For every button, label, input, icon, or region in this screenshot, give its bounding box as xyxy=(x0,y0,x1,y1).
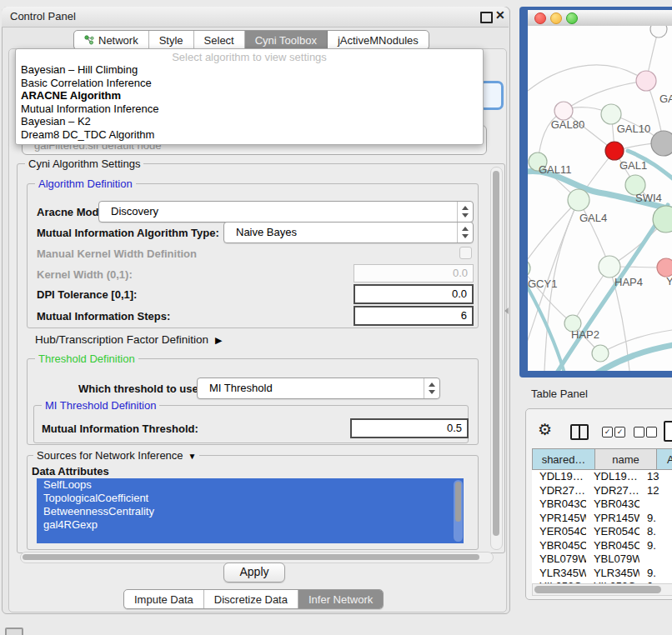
list-item-betweennesscentrality[interactable]: BetweennessCentrality xyxy=(37,505,464,518)
node-gal10[interactable] xyxy=(601,104,621,124)
node-red-selected[interactable] xyxy=(605,142,624,160)
menu-item-bayesian-hill-climbing[interactable]: Bayesian – Hill Climbing xyxy=(16,63,483,77)
table-body[interactable]: YDL19… YDL19… 13 YDR27… YDR27… 12 YBR043… xyxy=(532,470,672,583)
select-all-checkbox-icon[interactable]: ✓ xyxy=(614,427,625,438)
manual-kernel-checkbox[interactable] xyxy=(459,247,472,259)
manual-kernel-label: Manual Kernel Width Definition xyxy=(37,248,197,260)
settings-vertical-scrollbar[interactable] xyxy=(490,167,503,550)
select-all-checkbox-icon[interactable]: ✓ xyxy=(602,427,613,438)
column-header-name[interactable]: name xyxy=(595,448,657,470)
table-row[interactable]: YER054C YER054C 8. xyxy=(532,525,672,539)
which-threshold-label: Which threshold to use: xyxy=(78,382,202,395)
aracne-mode-value: Discovery xyxy=(111,205,158,218)
apply-button[interactable]: Apply xyxy=(223,562,285,582)
table-function-icon[interactable] xyxy=(664,421,672,442)
expand-right-icon[interactable]: ▶ xyxy=(215,335,222,346)
network-canvas[interactable]: GAL GAL80 GAL10 GAL1 GAL11 SWI4 GAL4 GCY… xyxy=(528,26,672,371)
mi-steps-field[interactable]: 6 xyxy=(354,306,474,326)
column-header-clipped[interactable]: A xyxy=(657,448,672,470)
node-unlabeled-top[interactable] xyxy=(650,26,667,38)
node-label: HAP4 xyxy=(614,276,643,288)
aracne-mode-combo[interactable]: Discovery xyxy=(98,201,474,222)
window-minimize-icon[interactable] xyxy=(550,12,562,24)
data-attributes-label: Data Attributes xyxy=(32,465,109,478)
menu-item-bayesian-k2[interactable]: Bayesian – K2 xyxy=(16,115,483,128)
mi-threshold-label: Mutual Information Threshold: xyxy=(42,422,198,435)
tab-discretize-data[interactable]: Discretize Data xyxy=(204,590,298,608)
split-columns-icon[interactable] xyxy=(570,424,589,440)
node-label: SWI4 xyxy=(635,192,662,204)
table-row[interactable]: YBL079W YBL079W xyxy=(532,552,672,567)
window-close-icon[interactable] xyxy=(534,12,546,24)
panel-resize-handle[interactable] xyxy=(504,308,509,314)
node-label: GAL10 xyxy=(617,122,650,135)
gear-icon[interactable]: ⚙ xyxy=(538,420,552,439)
attributes-list-scrollbar-thumb[interactable] xyxy=(455,482,461,522)
tab-style[interactable]: Style xyxy=(149,31,194,49)
node-gal80[interactable] xyxy=(554,102,573,120)
list-item-gal4rgexp[interactable]: gal4RGexp xyxy=(37,518,464,532)
table-row[interactable]: YDL19… YDL19… 13 xyxy=(532,470,672,484)
combo-spinner-icon xyxy=(424,378,439,398)
kernel-width-field[interactable]: 0.0 xyxy=(354,264,474,282)
deselect-all-checkbox-icon[interactable] xyxy=(634,427,644,438)
window-zoom-icon[interactable] xyxy=(566,12,578,24)
tab-infer-network[interactable]: Infer Network xyxy=(298,590,383,608)
table-horizontal-scrollbar[interactable] xyxy=(532,583,672,596)
attributes-list-scrollbar[interactable] xyxy=(454,480,463,542)
mi-threshold-field[interactable]: 0.5 xyxy=(350,418,469,438)
node-bottom[interactable] xyxy=(592,345,609,362)
combo-spinner-icon xyxy=(457,202,473,222)
node-hap4[interactable] xyxy=(599,256,620,278)
settings-horizontal-scrollbar-thumb[interactable] xyxy=(23,554,479,560)
table-horizontal-scrollbar-thumb[interactable] xyxy=(534,586,661,593)
mi-type-combo[interactable]: Naive Bayes xyxy=(223,222,474,243)
menu-item-mutual-information[interactable]: Mutual Information Inference xyxy=(16,102,483,116)
menu-item-basic-correlation[interactable]: Basic Correlation Inference xyxy=(16,77,483,90)
node-label: GAL11 xyxy=(539,163,572,176)
table-row[interactable]: YLR345W YLR345W 9. xyxy=(532,567,672,581)
menu-item-aracne[interactable]: ARACNE Algorithm xyxy=(16,89,483,102)
control-panel-title: Control Panel xyxy=(10,10,76,22)
node-label: GAL1 xyxy=(619,159,647,172)
node-salmon[interactable] xyxy=(657,258,672,277)
popup-prompt: Select algorithm to view settings xyxy=(16,51,483,63)
control-panel-titlebar[interactable] xyxy=(2,7,509,28)
data-attributes-list[interactable]: SelfLoops TopologicalCoefficient Between… xyxy=(37,478,464,543)
tab-impute-data[interactable]: Impute Data xyxy=(124,590,204,608)
tab-network[interactable]: Network xyxy=(74,31,149,49)
deselect-all-checkbox-icon[interactable] xyxy=(646,427,657,438)
column-header-shared-name[interactable]: shared… xyxy=(532,448,595,470)
hub-definition-toggle[interactable]: Hub/Transcription Factor Definition▶ xyxy=(35,333,223,346)
table-row[interactable]: YBR045C YBR045C 9. xyxy=(532,539,672,553)
tab-jactivemnodules[interactable]: jActiveMNodules xyxy=(328,31,429,49)
table-row[interactable]: YBR043C YBR043C xyxy=(532,498,672,512)
mi-threshold-definition-title: MI Threshold Definition xyxy=(42,399,159,412)
table-row[interactable]: YPR145W YPR145W 9. xyxy=(532,512,672,526)
node-gal-clipped[interactable] xyxy=(636,71,656,91)
node-gal4[interactable] xyxy=(568,189,589,211)
sources-group-title[interactable]: Sources for Network Inference▼ xyxy=(33,449,199,462)
desktop-corner-icon xyxy=(5,628,23,635)
combo-spinner-icon xyxy=(457,222,473,242)
settings-scrollbar-thumb[interactable] xyxy=(493,171,499,536)
node-swi4[interactable] xyxy=(653,206,672,232)
list-item-topologicalcoefficient[interactable]: TopologicalCoefficient xyxy=(37,492,464,505)
tab-select[interactable]: Select xyxy=(194,31,245,49)
dpi-tolerance-label: DPI Tolerance [0,1]: xyxy=(37,288,137,301)
tab-cyni-toolbox[interactable]: Cyni Toolbox xyxy=(245,31,328,49)
menu-item-dream8[interactable]: Dream8 DC_TDC Algorithm xyxy=(16,128,483,142)
settings-horizontal-scrollbar[interactable] xyxy=(20,552,494,563)
close-icon[interactable]: ✕ xyxy=(495,8,505,22)
node-gcy1[interactable] xyxy=(528,259,530,278)
float-window-icon[interactable] xyxy=(480,12,493,23)
network-window-titlebar[interactable] xyxy=(528,10,672,27)
which-threshold-combo[interactable]: MI Threshold xyxy=(197,378,440,399)
collapse-down-icon[interactable]: ▼ xyxy=(188,452,197,461)
algorithm-definition-title: Algorithm Definition xyxy=(35,178,136,190)
node-label: GAL4 xyxy=(579,212,607,224)
table-row[interactable]: YDR27… YDR27… 12 xyxy=(532,484,672,498)
dpi-tolerance-field[interactable]: 0.0 xyxy=(354,284,474,304)
node-gray[interactable] xyxy=(651,131,672,156)
list-item-selfloops[interactable]: SelfLoops xyxy=(37,478,464,492)
